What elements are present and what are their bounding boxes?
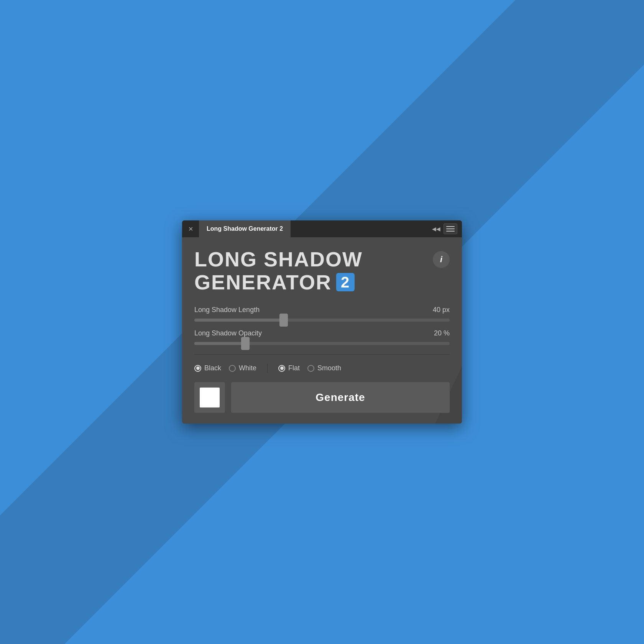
title-bar: ✕ Long Shadow Generator 2 ◀◀ xyxy=(182,220,462,237)
radio-black-group: Black xyxy=(194,364,221,372)
radio-flat-group: Flat xyxy=(278,364,300,372)
logo-line2: GENERATOR 2 xyxy=(194,271,363,294)
opacity-control-header: Long Shadow Opacity 20 % xyxy=(194,329,450,337)
menu-button[interactable] xyxy=(444,223,457,234)
length-label: Long Shadow Length xyxy=(194,306,260,314)
radio-smooth[interactable] xyxy=(307,365,314,372)
length-control: Long Shadow Length 40 px xyxy=(194,306,450,322)
panel-body: LONG SHADOW GENERATOR 2 i Long Shadow Le… xyxy=(182,237,462,424)
radio-white-group: White xyxy=(229,364,256,372)
length-value: 40 px xyxy=(433,306,450,314)
opacity-slider-thumb[interactable] xyxy=(241,337,250,350)
divider xyxy=(194,354,450,355)
bottom-section: Generate xyxy=(194,382,450,413)
radio-flat-label[interactable]: Flat xyxy=(288,364,300,372)
color-preview-button[interactable] xyxy=(194,382,225,413)
radio-black-label[interactable]: Black xyxy=(204,364,221,372)
logo-text: LONG SHADOW GENERATOR 2 xyxy=(194,248,363,294)
main-panel: ✕ Long Shadow Generator 2 ◀◀ LONG SHADOW… xyxy=(182,220,462,424)
logo-line1: LONG SHADOW xyxy=(194,248,363,271)
opacity-slider-fill xyxy=(194,342,245,345)
length-slider[interactable] xyxy=(194,319,450,322)
radio-black[interactable] xyxy=(194,365,201,372)
panel-title: Long Shadow Generator 2 xyxy=(199,220,291,237)
length-slider-thumb[interactable] xyxy=(279,314,288,327)
radio-divider xyxy=(267,364,268,373)
logo-section: LONG SHADOW GENERATOR 2 i xyxy=(194,248,450,294)
radio-white-label[interactable]: White xyxy=(239,364,256,372)
opacity-label: Long Shadow Opacity xyxy=(194,329,262,337)
title-bar-right: ◀◀ xyxy=(432,223,462,234)
close-button[interactable]: ✕ xyxy=(182,220,199,237)
back-button[interactable]: ◀◀ xyxy=(432,226,440,232)
length-slider-fill xyxy=(194,319,284,322)
title-bar-left: ✕ Long Shadow Generator 2 xyxy=(182,220,291,237)
length-control-header: Long Shadow Length 40 px xyxy=(194,306,450,314)
generate-button[interactable]: Generate xyxy=(231,382,450,413)
color-swatch xyxy=(200,388,220,407)
opacity-control: Long Shadow Opacity 20 % xyxy=(194,329,450,345)
radio-smooth-label[interactable]: Smooth xyxy=(317,364,341,372)
radio-smooth-group: Smooth xyxy=(307,364,341,372)
radio-section: Black White Flat Smooth xyxy=(194,364,450,373)
opacity-value: 20 % xyxy=(434,329,450,337)
opacity-slider[interactable] xyxy=(194,342,450,345)
info-button[interactable]: i xyxy=(433,251,450,268)
radio-flat[interactable] xyxy=(278,365,285,372)
radio-white[interactable] xyxy=(229,365,236,372)
version-badge: 2 xyxy=(336,273,355,291)
